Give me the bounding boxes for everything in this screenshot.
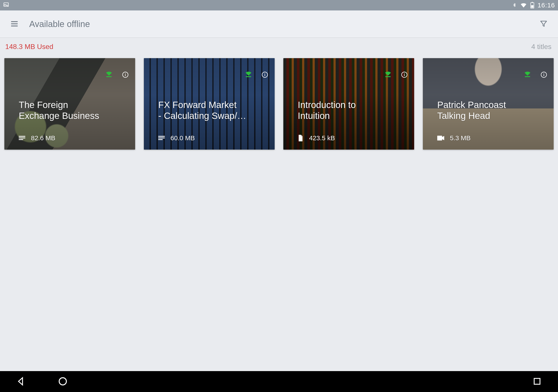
document-icon	[298, 135, 303, 141]
svg-rect-14	[246, 76, 251, 77]
svg-rect-29	[437, 136, 442, 140]
card-size: 82.6 MB	[31, 134, 55, 142]
card-info-button[interactable]	[262, 71, 268, 79]
svg-rect-2	[532, 2, 533, 3]
svg-rect-12	[19, 138, 25, 138]
wifi-download-icon	[384, 71, 392, 79]
wifi-download-icon	[105, 71, 113, 79]
svg-rect-20	[158, 139, 163, 140]
wifi-download-icon	[524, 71, 531, 79]
card-size: 423.5 kB	[309, 134, 335, 142]
menu-icon	[10, 19, 19, 29]
svg-rect-18	[158, 136, 165, 137]
svg-rect-4	[11, 21, 18, 22]
offline-card[interactable]: The ForeignExchange Business 82.6 MB	[4, 58, 135, 150]
info-icon	[122, 75, 129, 79]
offline-items-grid: The ForeignExchange Business 82.6 MB FX …	[0, 52, 558, 156]
info-icon	[541, 75, 547, 79]
svg-rect-23	[404, 74, 405, 76]
svg-rect-5	[11, 23, 18, 24]
card-title: The ForeignExchange Business	[19, 100, 126, 121]
nav-recent-icon	[533, 377, 541, 386]
nav-back-icon	[16, 376, 26, 387]
card-info-button[interactable]	[401, 71, 408, 79]
card-title: FX Forward Market- Calculating Swap/…	[158, 100, 266, 121]
svg-rect-31	[534, 378, 540, 384]
svg-rect-19	[158, 138, 165, 138]
nav-home-button[interactable]	[55, 374, 71, 389]
wifi-icon	[520, 2, 527, 8]
svg-rect-16	[265, 74, 265, 76]
storage-used-label: 148.3 MB Used	[5, 43, 53, 51]
nav-home-icon	[58, 376, 68, 387]
card-info-button[interactable]	[122, 71, 129, 79]
battery-icon	[530, 2, 534, 9]
screenshot-indicator-icon	[3, 1, 9, 9]
app-toolbar: Available offline	[0, 10, 558, 38]
info-icon	[262, 75, 268, 79]
wifi-download-icon	[245, 71, 252, 79]
svg-rect-6	[11, 26, 18, 26]
svg-rect-10	[125, 73, 126, 74]
page-title: Available offline	[29, 19, 90, 29]
svg-rect-24	[404, 73, 405, 74]
text-lines-icon	[19, 135, 25, 141]
card-title: Patrick PancoastTalking Head	[437, 100, 545, 121]
svg-rect-28	[544, 73, 544, 74]
svg-rect-21	[385, 76, 391, 77]
card-size: 5.3 MB	[450, 134, 471, 142]
svg-rect-11	[19, 136, 25, 137]
nav-recent-button[interactable]	[529, 374, 545, 389]
svg-point-30	[59, 378, 67, 385]
filter-icon	[540, 20, 548, 28]
info-icon	[401, 75, 408, 79]
android-nav-bar	[0, 371, 558, 392]
offline-card[interactable]: FX Forward Market- Calculating Swap/… 60…	[144, 58, 275, 150]
card-size: 60.0 MB	[170, 134, 195, 142]
svg-rect-7	[106, 76, 112, 77]
nav-back-button[interactable]	[13, 374, 29, 389]
svg-rect-27	[544, 74, 544, 76]
android-status-bar: 16:16	[0, 0, 558, 10]
svg-rect-13	[19, 139, 23, 140]
svg-rect-17	[265, 73, 265, 74]
offline-card[interactable]: Introduction toIntuition 423.5 kB	[283, 58, 414, 150]
video-icon	[437, 136, 444, 141]
menu-button[interactable]	[8, 17, 21, 31]
svg-rect-3	[531, 5, 534, 8]
status-time: 16:16	[538, 1, 555, 9]
title-count-label: 4 titles	[532, 43, 551, 51]
card-info-button[interactable]	[541, 71, 547, 79]
card-title: Introduction toIntuition	[298, 100, 405, 121]
subheader: 148.3 MB Used 4 titles	[0, 38, 558, 52]
svg-rect-9	[125, 74, 126, 76]
bluetooth-icon	[512, 2, 517, 8]
offline-card[interactable]: Patrick PancoastTalking Head 5.3 MB	[423, 58, 554, 150]
filter-button[interactable]	[537, 17, 550, 31]
text-lines-icon	[158, 135, 165, 141]
svg-rect-25	[525, 76, 530, 77]
